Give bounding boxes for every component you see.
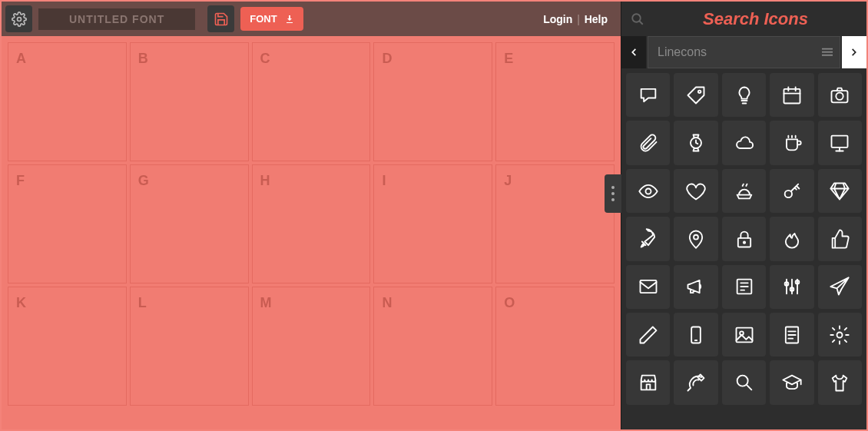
graduation-cap-icon [781,372,803,393]
sidebar-title: Search Icons [654,9,857,29]
icon-phone[interactable] [674,313,717,356]
svg-point-0 [17,17,21,21]
svg-point-21 [743,241,744,243]
icon-megaphone[interactable] [674,265,717,309]
document-icon [781,324,803,346]
glyph-cell-j[interactable]: J [495,164,615,283]
pencil-icon [638,324,659,346]
login-link[interactable]: Login [543,13,572,25]
icon-gear[interactable] [818,313,862,356]
icon-document[interactable] [770,313,813,356]
icon-speech-bubble[interactable] [626,73,670,117]
glyph-cell-n[interactable]: N [373,287,492,406]
icon-tag[interactable] [674,73,717,117]
next-pack-button[interactable] [842,36,866,68]
icon-heart[interactable] [674,169,717,213]
save-button[interactable] [207,5,234,32]
glyph-cell-d[interactable]: D [373,42,492,161]
icon-graduation-cap[interactable] [770,360,813,404]
glyph-cell-a[interactable]: A [8,42,127,161]
icon-envelope[interactable] [626,265,670,309]
separator: | [577,13,580,25]
glyph-letter: I [382,173,386,189]
icon-search[interactable] [722,360,766,404]
glyph-letter: J [504,173,512,189]
glyph-cell-l[interactable]: L [130,287,249,406]
glyph-cell-g[interactable]: G [130,164,249,283]
svg-rect-4 [822,51,833,53]
icon-watch[interactable] [674,121,717,164]
icon-sidebar: Search Icons Linecons [621,2,866,429]
glyph-letter: K [16,295,26,311]
icon-cup[interactable] [770,121,813,164]
icon-thumbs-up[interactable] [818,217,862,260]
chevron-left-icon [628,47,639,58]
satellite-icon [685,372,707,393]
icon-lock[interactable] [722,217,766,260]
icon-key[interactable] [770,169,813,213]
svg-line-2 [639,21,643,25]
icon-t-shirt[interactable] [818,360,862,404]
glyph-cell-c[interactable]: C [252,42,371,161]
icon-calendar[interactable] [770,73,813,117]
glyph-cell-k[interactable]: K [8,287,127,406]
monitor-icon [829,132,850,154]
t-shirt-icon [829,372,850,393]
icon-diamond[interactable] [818,169,862,213]
glyph-letter: B [138,51,148,67]
speech-bubble-icon [638,85,659,106]
icon-paperclip[interactable] [626,121,670,164]
glyph-cell-m[interactable]: M [252,287,371,406]
paperclip-icon [638,132,659,154]
glyph-cell-h[interactable]: H [252,164,371,283]
glyph-cell-f[interactable]: F [8,164,127,283]
glyph-letter: A [16,51,26,67]
download-font-button[interactable]: FONT [240,7,303,31]
icon-settings-sliders[interactable] [770,265,813,309]
svg-point-6 [698,90,701,93]
icon-picture[interactable] [722,313,766,356]
settings-button[interactable] [5,5,32,32]
font-title[interactable]: UNTITLED FONT [38,8,195,30]
icon-location-pin[interactable] [674,217,717,260]
svg-rect-7 [784,89,800,104]
prev-pack-button[interactable] [621,36,646,68]
account-links: Login | Help [543,13,608,25]
icon-paper-plane[interactable] [818,265,862,309]
icon-newspaper[interactable] [722,265,766,309]
heart-icon [685,181,707,202]
icon-pencil[interactable] [626,313,670,356]
svg-point-12 [837,92,843,99]
glyph-grid: ABCDEFGHIJKLMNO [2,36,621,429]
icon-shop[interactable] [626,360,670,404]
settings-sliders-icon [781,276,803,297]
paper-plane-icon [829,276,850,297]
help-link[interactable]: Help [585,13,608,25]
icon-lightbulb[interactable] [722,73,766,117]
chevron-right-icon [849,47,860,58]
glyph-letter: G [138,173,149,189]
tag-icon [685,85,707,106]
glyph-cell-b[interactable]: B [130,42,249,161]
glyph-cell-e[interactable]: E [495,42,615,161]
glyph-cell-o[interactable]: O [495,287,615,406]
megaphone-icon [685,276,707,297]
thumbs-up-icon [829,228,850,250]
icon-fire[interactable] [770,217,813,260]
sidebar-drag-handle[interactable] [605,174,621,213]
svg-line-43 [746,385,750,390]
lock-icon [734,228,755,250]
search-icon[interactable] [631,12,644,26]
icon-cloud[interactable] [722,121,766,164]
icon-food[interactable] [722,169,766,213]
glyph-cell-i[interactable]: I [373,164,492,283]
icon-eye[interactable] [626,169,670,213]
glyph-letter: E [504,51,513,67]
icon-camera[interactable] [818,73,862,117]
glyph-letter: D [382,51,392,67]
icon-satellite[interactable] [674,360,717,404]
icon-rocket[interactable] [626,217,670,260]
icon-monitor[interactable] [818,121,862,164]
eye-icon [638,181,659,202]
pack-select[interactable]: Linecons [648,36,840,68]
